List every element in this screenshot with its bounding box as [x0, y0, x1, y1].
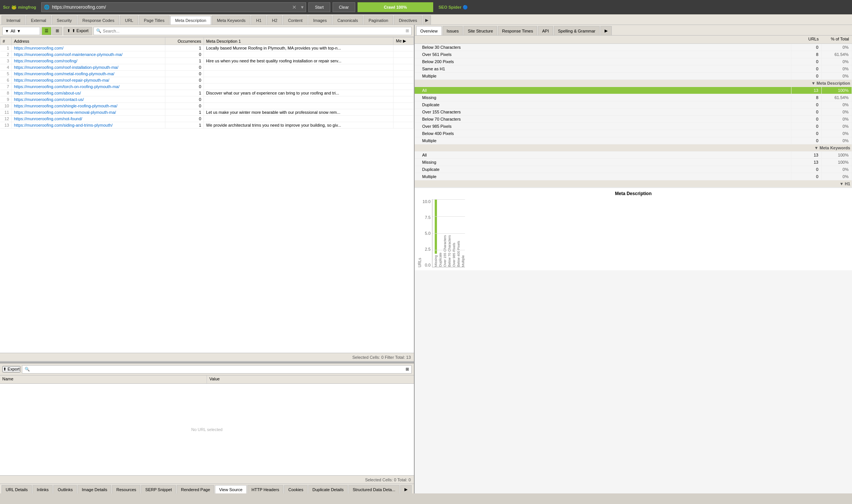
filter-dropdown[interactable]: ▼ All ▼ [2, 27, 40, 35]
tab-spelling-grammar[interactable]: Spelling & Grammar [554, 26, 600, 35]
tab-response-times[interactable]: Response Times [498, 26, 537, 35]
search-input[interactable] [103, 29, 404, 33]
table-row[interactable]: 11 https://munroeroofing.com/snow-remova… [0, 109, 414, 116]
row-url[interactable]: https://munroeroofing.com/ [12, 45, 165, 51]
tab-response-codes[interactable]: Response Codes [78, 16, 119, 25]
right-table-row[interactable]: Same as H1 0 0% [415, 65, 852, 73]
tab-content[interactable]: Content [283, 16, 308, 25]
right-table-row[interactable]: Duplicate 0 0% [415, 101, 852, 109]
row-url[interactable]: https://munroeroofing.com/not-found/ [12, 116, 165, 122]
row-url[interactable]: https://munroeroofing.com/roof-installat… [12, 64, 165, 71]
col-me[interactable]: Me ▶ [393, 37, 414, 45]
tree-view-button[interactable]: ⊞ [52, 27, 62, 35]
url-bar[interactable]: 🌐 ✕ ▼ [41, 2, 306, 12]
tab-images[interactable]: Images [308, 16, 332, 25]
tab-structured-data[interactable]: Structured Data Deta... [348, 485, 400, 493]
bar[interactable] [435, 200, 437, 254]
tab-url[interactable]: URL [120, 16, 138, 25]
bottom-search-box[interactable]: 🔍 ⊞ [22, 365, 412, 374]
right-table-row[interactable]: All 13 100% [415, 87, 852, 94]
url-dropdown-icon[interactable]: ▼ [299, 5, 306, 9]
tab-url-details[interactable]: URL Details [2, 485, 32, 493]
crawl-button[interactable]: Crawl 100% [358, 2, 433, 12]
table-row[interactable]: 4 https://munroeroofing.com/roof-install… [0, 64, 414, 71]
row-url[interactable]: https://munroeroofing.com/shingle-roofin… [12, 103, 165, 109]
right-table-row[interactable]: ▼ Meta Keywords [415, 144, 852, 152]
table-row[interactable]: 3 https://munroeroofing.com/roofing/ 1 H… [0, 58, 414, 64]
tab-security[interactable]: Security [52, 16, 77, 25]
list-view-button[interactable]: ☰ [42, 27, 51, 35]
right-table-row[interactable]: ▼ H1 [415, 180, 852, 188]
tab-h2[interactable]: H2 [267, 16, 282, 25]
table-row[interactable]: 7 https://munroeroofing.com/torch-on-roo… [0, 84, 414, 90]
tab-more[interactable]: ▶ [423, 16, 431, 25]
tab-page-titles[interactable]: Page Titles [139, 16, 169, 25]
tab-rendered-page[interactable]: Rendered Page [177, 485, 214, 493]
right-table-row[interactable]: Missing 8 61.54% [415, 94, 852, 101]
col-occurrences[interactable]: Occurrences [165, 37, 204, 45]
right-table-row[interactable]: Over 985 Pixels 0 0% [415, 123, 852, 130]
tab-inlinks[interactable]: Inlinks [33, 485, 53, 493]
right-table-row[interactable]: Over 155 Characters 0 0% [415, 109, 852, 116]
right-table-row[interactable]: Below 400 Pixels 0 0% [415, 130, 852, 137]
tab-serp-snippet[interactable]: SERP Snippet [141, 485, 176, 493]
bottom-search-input[interactable] [31, 367, 404, 372]
row-url[interactable]: https://munroeroofing.com/roofing/ [12, 58, 165, 64]
export-button[interactable]: ⬆ ⬆ Export [64, 27, 92, 35]
url-input[interactable] [52, 5, 289, 10]
tab-site-structure[interactable]: Site Structure [463, 26, 497, 35]
right-table-row[interactable]: Below 30 Characters 0 0% [415, 44, 852, 51]
tab-issues[interactable]: Issues [443, 26, 463, 35]
right-table-row[interactable]: Duplicate 0 0% [415, 166, 852, 173]
tab-canonicals[interactable]: Canonicals [333, 16, 363, 25]
row-url[interactable]: https://munroeroofing.com/siding-and-tri… [12, 122, 165, 129]
right-table-row[interactable]: Multiple 0 0% [415, 137, 852, 144]
right-table-row[interactable]: Below 70 Characters 0 0% [415, 116, 852, 123]
tab-meta-description[interactable]: Meta Description [170, 16, 211, 25]
tab-duplicate-details[interactable]: Duplicate Details [308, 485, 348, 493]
tab-outlinks[interactable]: Outlinks [53, 485, 77, 493]
table-row[interactable]: 8 https://munroeroofing.com/about-us/ 1 … [0, 90, 414, 96]
table-row[interactable]: 13 https://munroeroofing.com/siding-and-… [0, 122, 414, 129]
tab-bottom-more[interactable]: ▶ [400, 485, 412, 493]
filter-options-icon[interactable]: ⊞ [406, 28, 409, 33]
table-row[interactable]: 10 https://munroeroofing.com/shingle-roo… [0, 103, 414, 109]
clear-button[interactable]: Clear [333, 2, 355, 12]
tab-pagination[interactable]: Pagination [364, 16, 393, 25]
row-url[interactable]: https://munroeroofing.com/snow-removal-p… [12, 109, 165, 116]
section-collapse-icon[interactable]: ▼ [840, 181, 844, 186]
table-row[interactable]: 6 https://munroeroofing.com/roof-repair-… [0, 77, 414, 84]
right-table-row[interactable]: Over 561 Pixels 8 61.54% [415, 51, 852, 58]
section-collapse-icon[interactable]: ▼ [811, 81, 815, 85]
tab-right-more[interactable]: ▶ [600, 26, 612, 35]
tab-resources[interactable]: Resources [112, 485, 140, 493]
right-table-row[interactable]: Missing 13 100% [415, 159, 852, 166]
row-url[interactable]: https://munroeroofing.com/about-us/ [12, 90, 165, 96]
right-table-row[interactable]: Multiple 0 0% [415, 173, 852, 180]
tab-view-source[interactable]: View Source [215, 485, 247, 493]
tab-api[interactable]: API [538, 26, 553, 35]
row-url[interactable]: https://munroeroofing.com/torch-on-roofi… [12, 84, 165, 90]
tab-h1[interactable]: H1 [251, 16, 266, 25]
start-button[interactable]: Start [308, 2, 330, 12]
table-row[interactable]: 1 https://munroeroofing.com/ 1 Locally b… [0, 45, 414, 51]
tab-overview[interactable]: Overview [416, 26, 442, 35]
row-url[interactable]: https://munroeroofing.com/contact-us/ [12, 96, 165, 103]
right-table-row[interactable]: Below 200 Pixels 0 0% [415, 58, 852, 65]
row-url[interactable]: https://munroeroofing.com/roof-maintenan… [12, 51, 165, 58]
col-address[interactable]: Address [12, 37, 165, 45]
right-table-row[interactable]: All 13 100% [415, 152, 852, 159]
tab-external[interactable]: External [26, 16, 51, 25]
table-row[interactable]: 2 https://munroeroofing.com/roof-mainten… [0, 51, 414, 58]
bottom-export-button[interactable]: ⬆ Export [2, 366, 20, 372]
row-url[interactable]: https://munroeroofing.com/roof-repair-pl… [12, 77, 165, 84]
row-url[interactable]: https://munroeroofing.com/metal-roofing-… [12, 71, 165, 77]
col-meta-desc[interactable]: Meta Description 1 [204, 37, 393, 45]
tab-meta-keywords[interactable]: Meta Keywords [212, 16, 250, 25]
tab-internal[interactable]: Internal [2, 16, 25, 25]
table-row[interactable]: 5 https://munroeroofing.com/metal-roofin… [0, 71, 414, 77]
table-row[interactable]: 12 https://munroeroofing.com/not-found/ … [0, 116, 414, 122]
table-row[interactable]: 9 https://munroeroofing.com/contact-us/ … [0, 96, 414, 103]
tab-directives[interactable]: Directives [394, 16, 422, 25]
section-collapse-icon[interactable]: ▼ [814, 146, 818, 150]
